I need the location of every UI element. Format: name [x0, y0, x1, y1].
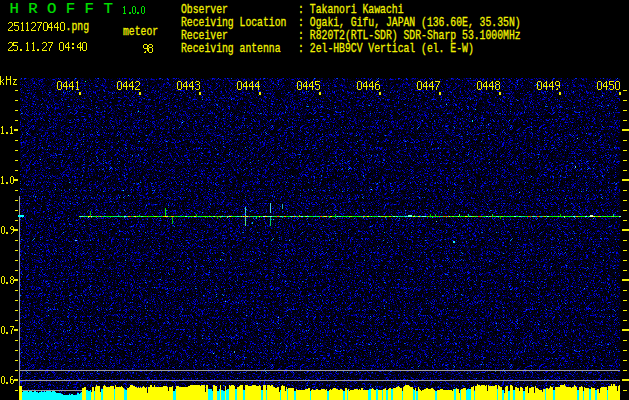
svg-text:Receiving antenna : 2el-HB9C: Receiving antenna : 2el-HB9CV Vertical (…: [181, 42, 474, 55]
svg-text:Receiver : R820T2(R: Receiver : R820T2(RTL-SDR) SDR-Sharp 53.…: [181, 29, 521, 42]
svg-text:meteor: meteor: [123, 25, 158, 38]
svg-text:H R O F F T: H R O F F T: [10, 1, 113, 18]
svg-text:Observer : Takanori: Observer : Takanori Kawachi: [181, 3, 404, 16]
svg-text:.png: .png: [66, 20, 89, 33]
svg-text:Receiving Location : Ogaki, G: Receiving Location : Ogaki, Gifu, JAPAN …: [181, 16, 521, 29]
